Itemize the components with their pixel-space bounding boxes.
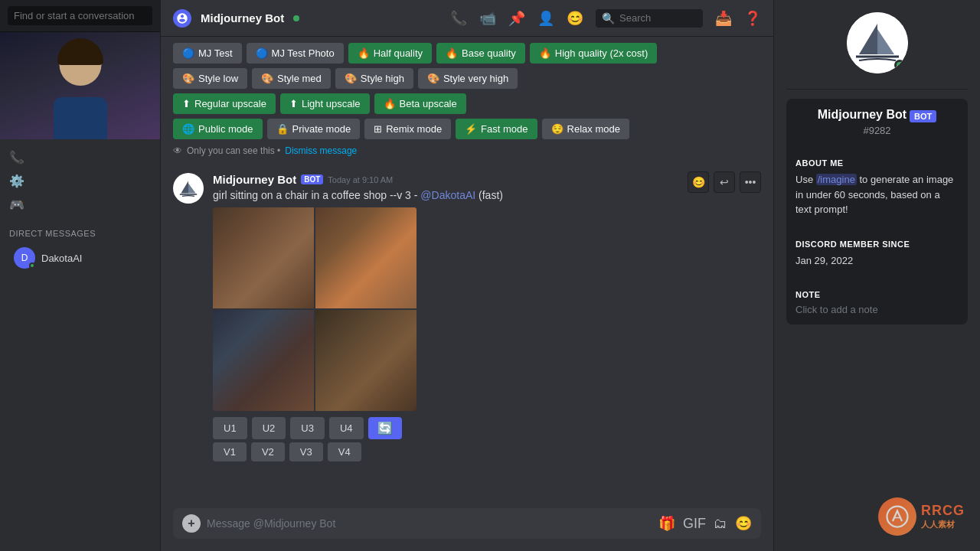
v1-btn[interactable]: V1 [213, 442, 247, 461]
mj-test-photo-btn[interactable]: 🔵 MJ Test Photo [247, 43, 344, 64]
u3-btn[interactable]: U3 [290, 417, 325, 439]
profile-name: Midjourney Bot [818, 108, 906, 122]
dm-section-label: DIRECT MESSAGES [0, 226, 160, 241]
header-profile-btn[interactable]: 😊 [567, 10, 583, 27]
mj-test-photo-emoji: 🔵 [256, 47, 268, 59]
online-status-dot [29, 262, 35, 269]
header-help-btn[interactable]: ❓ [744, 10, 761, 27]
remix-mode-btn[interactable]: ⊞ Remix mode [364, 119, 451, 139]
style-very-high-btn[interactable]: 🎨 Style very high [418, 68, 518, 89]
header-pin-btn[interactable]: 📌 [508, 10, 525, 27]
public-mode-btn[interactable]: 🌐 Public mode [173, 119, 263, 139]
message-timestamp: Today at 9:10 AM [328, 175, 393, 184]
add-reaction-btn[interactable]: 😊 [688, 171, 709, 193]
style-med-btn[interactable]: 🎨 Style med [252, 68, 331, 89]
header-video-btn[interactable]: 📹 [479, 10, 496, 27]
high-quality-btn[interactable]: 🔥 High quality (2x cost) [530, 43, 657, 64]
v3-btn[interactable]: V3 [289, 442, 323, 461]
light-upscale-emoji: ⬆ [289, 98, 298, 109]
sidebar-gear-item[interactable]: ⚙️ [0, 169, 160, 193]
mj-test-emoji: 🔵 [182, 47, 194, 59]
header-add-member-btn[interactable]: 👤 [537, 10, 554, 27]
upscale-buttons-row: U1 U2 U3 U4 🔄 [213, 417, 761, 439]
style-low-emoji: 🎨 [182, 73, 194, 84]
chat-header: Midjourney Bot 📞 📹 📌 👤 😊 🔍 📥 ❓ [161, 0, 773, 37]
header-actions: 📞 📹 📌 👤 😊 🔍 📥 ❓ [450, 9, 761, 28]
sidebar-search-input[interactable] [8, 6, 152, 25]
sticker-icon[interactable]: 🗂 [714, 516, 727, 532]
dismiss-bar: 👁 Only you can see this • Dismiss messag… [173, 144, 761, 161]
remix-mode-emoji: ⊞ [374, 123, 382, 135]
sidebar-icons-section: 📞 ⚙️ 🎮 [0, 139, 160, 223]
message-input-area: + 🎁 GIF 🗂 😊 [161, 502, 773, 551]
gift-icon[interactable]: 🎁 [658, 515, 675, 532]
buttons-area: 🔵 MJ Test 🔵 MJ Test Photo 🔥 Half quality… [161, 37, 773, 167]
relax-mode-btn[interactable]: 😌 Relax mode [542, 119, 629, 139]
refresh-btn[interactable]: 🔄 [368, 417, 402, 439]
emoji-icon[interactable]: 😊 [735, 515, 752, 532]
header-search-box: 🔍 [596, 9, 703, 28]
more-actions-btn[interactable]: ••• [740, 171, 761, 193]
dismiss-link[interactable]: Dismiss message [285, 145, 357, 156]
imagine-command: /imagine [816, 174, 857, 185]
image-grid[interactable] [213, 207, 416, 411]
button-row-3: ⬆ Regular upscale ⬆ Light upscale 🔥 Beta… [173, 93, 761, 114]
fast-mode-btn[interactable]: ⚡ Fast mode [456, 119, 537, 139]
header-search-input[interactable] [619, 12, 697, 24]
message-input[interactable] [207, 517, 652, 530]
gif-icon[interactable]: GIF [683, 516, 706, 532]
mj-test-btn[interactable]: 🔵 MJ Test [173, 43, 242, 64]
sidebar-phone-icon[interactable]: 📞 [0, 145, 160, 169]
grid-image-1 [213, 207, 314, 308]
header-inbox-btn[interactable]: 📥 [715, 10, 732, 27]
input-actions: 🎁 GIF 🗂 😊 [658, 515, 752, 532]
add-attachment-btn[interactable]: + [182, 514, 201, 533]
style-high-btn[interactable]: 🎨 Style high [335, 68, 413, 89]
u2-btn[interactable]: U2 [252, 417, 286, 439]
button-row-2: 🎨 Style low 🎨 Style med 🎨 Style high 🎨 S… [173, 68, 761, 89]
grid-image-2 [315, 207, 416, 308]
gear-icon: ⚙️ [9, 174, 24, 188]
header-online-dot [293, 15, 299, 21]
base-quality-btn[interactable]: 🔥 Base quality [436, 43, 525, 64]
about-me-text: Use /imagine to generate an image in und… [795, 172, 959, 217]
message-mention[interactable]: @DakotaAI [420, 189, 475, 201]
light-upscale-btn[interactable]: ⬆ Light upscale [280, 93, 370, 114]
dm-avatar-dakotaai: D [14, 247, 35, 269]
message-input-container: + 🎁 GIF 🗂 😊 [173, 508, 761, 539]
private-mode-btn[interactable]: 🔒 Private mode [267, 119, 361, 139]
grid-image-3 [213, 310, 314, 411]
header-call-btn[interactable]: 📞 [450, 10, 467, 27]
sidebar-game-item[interactable]: 🎮 [0, 193, 160, 217]
note-placeholder[interactable]: Click to add a note [795, 304, 959, 315]
about-me-header: ABOUT ME [795, 158, 959, 168]
chat-header-title: Midjourney Bot [201, 11, 284, 24]
button-row-1: 🔵 MJ Test 🔵 MJ Test Photo 🔥 Half quality… [173, 43, 761, 64]
dm-user-dakotaai[interactable]: D DakotaAI [5, 243, 155, 273]
right-panel: Midjourney Bot BOT #9282 ABOUT ME Use /i… [773, 0, 980, 551]
style-med-emoji: 🎨 [261, 73, 273, 84]
half-quality-emoji: 🔥 [358, 47, 370, 59]
private-mode-emoji: 🔒 [276, 123, 289, 135]
half-quality-btn[interactable]: 🔥 Half quality [348, 43, 432, 64]
game-icon: 🎮 [9, 197, 24, 212]
sidebar: 📞 ⚙️ 🎮 DIRECT MESSAGES D DakotaAI [0, 0, 161, 551]
button-row-4: 🌐 Public mode 🔒 Private mode ⊞ Remix mod… [173, 119, 761, 139]
style-high-emoji: 🎨 [345, 73, 357, 84]
bot-avatar [173, 173, 204, 204]
style-low-btn[interactable]: 🎨 Style low [173, 68, 247, 89]
message-header: Midjourney Bot BOT Today at 9:10 AM [213, 173, 761, 186]
v4-btn[interactable]: V4 [328, 442, 361, 461]
midjourney-message: Midjourney Bot BOT Today at 9:10 AM girl… [161, 167, 773, 471]
beta-upscale-emoji: 🔥 [384, 98, 396, 109]
sidebar-video-feed [0, 32, 160, 139]
u4-btn[interactable]: U4 [329, 417, 364, 439]
u1-btn[interactable]: U1 [213, 417, 247, 439]
profile-name-row: Midjourney Bot BOT [795, 108, 959, 125]
high-quality-emoji: 🔥 [539, 47, 551, 59]
v2-btn[interactable]: V2 [251, 442, 285, 461]
reply-btn[interactable]: ↩ [714, 171, 735, 193]
beta-upscale-btn[interactable]: 🔥 Beta upscale [374, 93, 466, 114]
grid-image-4 [315, 310, 416, 411]
regular-upscale-btn[interactable]: ⬆ Regular upscale [173, 93, 276, 114]
